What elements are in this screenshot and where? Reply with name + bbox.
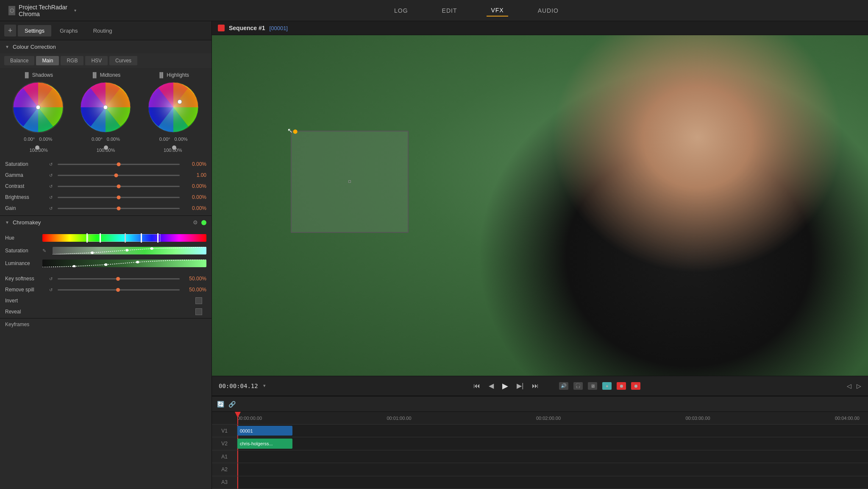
tab-settings[interactable]: Settings [18, 25, 51, 36]
add-panel-button[interactable]: + [4, 25, 16, 36]
midtones-wheel-handle[interactable] [103, 105, 108, 109]
gain-row: Gain ↺ 0.00% [5, 203, 206, 214]
contrast-reset[interactable]: ↺ [47, 183, 54, 190]
timeline-magnet-icon[interactable]: 🔗 [228, 401, 236, 408]
nav-audio[interactable]: AUDIO [534, 5, 563, 16]
saturation-slider[interactable] [58, 164, 180, 165]
colour-correction-header[interactable]: ▼ Colour Correction [0, 40, 211, 53]
nav-edit[interactable]: EDIT [438, 5, 462, 16]
brightness-slider[interactable] [58, 197, 180, 198]
svg-point-9 [148, 82, 198, 132]
shadows-wheel-handle[interactable] [36, 105, 40, 109]
midtones-color-wheel[interactable] [78, 80, 133, 135]
saturation-edit-icon[interactable]: ✎ [42, 248, 49, 254]
audio-icon[interactable]: 🔊 [559, 382, 568, 390]
nav-log[interactable]: LOG [390, 5, 412, 16]
ruler-mark-1: 00:01:00.00 [387, 416, 411, 421]
tab-routing[interactable]: Routing [86, 25, 119, 36]
track-a1-label: A1 [212, 450, 237, 463]
hue-label: Hue [5, 235, 39, 241]
ruler-mark-0: 00:00:00.00 [237, 416, 262, 421]
track-v2-clip[interactable]: chris-holgerss... [237, 439, 292, 448]
luminance-bar[interactable] [42, 260, 206, 267]
track-v1-label: V1 [212, 425, 237, 437]
nav-vfx[interactable]: VFX [487, 5, 508, 17]
hue-handle-center-right[interactable] [141, 233, 142, 243]
remove-spill-reset[interactable]: ↺ [47, 288, 54, 292]
tab-graphs[interactable]: Graphs [53, 25, 85, 36]
highlights-wheel-container: ▐▌ Highlights [146, 72, 201, 142]
reveal-checkbox[interactable] [195, 308, 202, 315]
corr-tab-rgb[interactable]: RGB [61, 56, 83, 65]
saturation-bar[interactable] [53, 247, 206, 254]
highlights-label-row: ▐▌ Highlights [158, 72, 189, 78]
contrast-label: Contrast [5, 183, 47, 189]
luminance-row: Luminance [5, 257, 206, 270]
midtones-label-row: ▐▌ Midtones [91, 72, 121, 78]
main-layout: + Settings Graphs Routing ▼ Colour Corre… [0, 21, 868, 489]
remove-spill-slider[interactable] [58, 289, 180, 291]
hue-handle-left[interactable] [86, 233, 88, 243]
reveal-label: Reveal [5, 309, 47, 315]
top-bar: ⬡ Project TechRadar Chroma ▾ LOG EDIT VF… [0, 0, 868, 21]
video-background: ↖⬤ [212, 35, 868, 376]
chromakey-gear-icon[interactable]: ⚙ [193, 219, 198, 226]
playhead[interactable] [237, 412, 238, 424]
green-led-icon[interactable]: ● [602, 382, 612, 390]
highlights-deg: 0.00° [159, 137, 170, 142]
key-softness-slider[interactable] [58, 278, 180, 279]
hue-handle-center[interactable] [125, 233, 126, 243]
contrast-slider[interactable] [58, 186, 180, 187]
headphone-left-icon[interactable]: ◁ [847, 383, 851, 389]
timeline-ruler: 00:00:00.00 00:01:00.00 00:02:00.00 00:0… [212, 412, 868, 425]
saturation-chroma-label: Saturation [5, 248, 39, 254]
invert-checkbox[interactable] [195, 297, 202, 304]
gamma-slider[interactable] [58, 175, 180, 176]
corr-tab-main[interactable]: Main [36, 56, 59, 65]
track-v1-clip[interactable]: 00001 [237, 426, 292, 436]
record-icon-2[interactable]: ⏺ [631, 382, 640, 390]
brightness-reset[interactable]: ↺ [47, 194, 54, 201]
track-v1-content: 00001 [237, 425, 868, 437]
skip-to-start-button[interactable]: ⏮ [472, 381, 482, 391]
key-softness-reset[interactable]: ↺ [47, 277, 54, 281]
luminance-label: Luminance [5, 260, 39, 266]
step-back-button[interactable]: ◀ [487, 381, 495, 391]
shadows-icon: ▐▌ [23, 72, 31, 78]
monitor-icon[interactable]: 🖥 [588, 382, 597, 390]
track-v2: V2 chris-holgerss... [212, 437, 868, 450]
green-screen-selection-box[interactable] [291, 131, 409, 233]
headphone-right-icon[interactable]: ▷ [857, 383, 861, 389]
gain-slider[interactable] [58, 208, 180, 209]
play-button[interactable]: ▶ [501, 380, 510, 391]
chromakey-arrow[interactable]: ▼ [5, 220, 9, 225]
corr-tab-hsv[interactable]: HSV [85, 56, 108, 65]
skip-to-end-button[interactable]: ⏭ [530, 381, 540, 391]
sequence-title: Sequence #1 [229, 25, 265, 31]
hue-bar[interactable] [42, 234, 206, 242]
saturation-row: Saturation ↺ 0.00% [5, 159, 206, 170]
keyframes-title: Keyframes [5, 321, 29, 327]
step-forward-button[interactable]: ▶| [515, 381, 525, 391]
gain-reset[interactable]: ↺ [47, 205, 54, 212]
gamma-reset[interactable]: ↺ [47, 172, 54, 179]
saturation-reset[interactable]: ↺ [47, 161, 54, 168]
hue-handle-right[interactable] [157, 233, 159, 243]
corr-tab-balance[interactable]: Balance [4, 56, 34, 65]
hue-handle-center-left[interactable] [100, 233, 101, 243]
clip-v1-label: 00001 [240, 428, 253, 433]
chromakey-adj-rows: Key softness ↺ 50.00% Remove spill ↺ 50.… [0, 272, 211, 318]
record-icon[interactable]: ⏺ [617, 382, 626, 390]
midtones-deg: 0.00° [92, 137, 103, 142]
shadows-color-wheel[interactable] [11, 80, 66, 135]
key-softness-label: Key softness [5, 276, 47, 282]
timeline-sync-icon[interactable]: 🔄 [217, 401, 224, 408]
project-dropdown-arrow[interactable]: ▾ [74, 8, 76, 13]
chromakey-led[interactable] [201, 220, 206, 225]
headphone-icon[interactable]: 🎧 [573, 382, 583, 390]
highlights-wheel-handle[interactable] [178, 100, 182, 104]
corr-tab-curves[interactable]: Curves [109, 56, 137, 65]
highlights-color-wheel[interactable] [146, 80, 201, 135]
timecode-dropdown[interactable]: ▾ [263, 383, 266, 388]
clip-v2-label: chris-holgerss... [240, 441, 273, 446]
